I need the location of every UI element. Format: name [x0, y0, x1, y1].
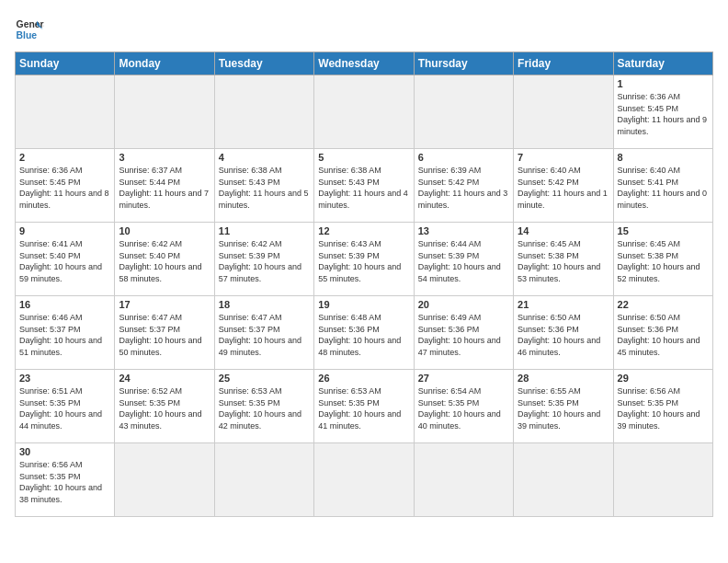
calendar-cell: 27Sunrise: 6:54 AMSunset: 5:35 PMDayligh…	[414, 370, 513, 443]
calendar-cell	[115, 75, 214, 149]
day-number: 5	[318, 152, 409, 163]
day-number: 10	[119, 225, 210, 236]
calendar-cell	[414, 443, 513, 517]
calendar-cell: 1Sunrise: 6:36 AMSunset: 5:45 PMDaylight…	[613, 75, 712, 149]
calendar-cell: 29Sunrise: 6:56 AMSunset: 5:35 PMDayligh…	[613, 370, 712, 443]
cell-info: Sunrise: 6:51 AMSunset: 5:35 PMDaylight:…	[19, 385, 110, 431]
day-number: 29	[618, 373, 709, 384]
calendar-cell: 22Sunrise: 6:50 AMSunset: 5:36 PMDayligh…	[613, 296, 712, 370]
cell-info: Sunrise: 6:44 AMSunset: 5:39 PMDaylight:…	[418, 238, 509, 284]
svg-text:Blue: Blue	[17, 30, 38, 40]
calendar-table: SundayMondayTuesdayWednesdayThursdayFrid…	[15, 52, 713, 517]
day-number: 30	[19, 446, 110, 457]
cell-info: Sunrise: 6:53 AMSunset: 5:35 PMDaylight:…	[219, 385, 310, 431]
cell-info: Sunrise: 6:37 AMSunset: 5:44 PMDaylight:…	[119, 165, 210, 211]
cell-info: Sunrise: 6:52 AMSunset: 5:35 PMDaylight:…	[119, 385, 210, 431]
cell-info: Sunrise: 6:50 AMSunset: 5:36 PMDaylight:…	[618, 312, 709, 358]
cell-info: Sunrise: 6:45 AMSunset: 5:38 PMDaylight:…	[518, 238, 609, 284]
cell-info: Sunrise: 6:40 AMSunset: 5:42 PMDaylight:…	[518, 165, 609, 211]
day-number: 23	[19, 373, 110, 384]
day-number: 14	[518, 225, 609, 236]
cell-info: Sunrise: 6:42 AMSunset: 5:39 PMDaylight:…	[219, 238, 310, 284]
calendar-cell	[214, 75, 313, 149]
calendar-cell: 16Sunrise: 6:46 AMSunset: 5:37 PMDayligh…	[16, 296, 115, 370]
calendar-cell: 25Sunrise: 6:53 AMSunset: 5:35 PMDayligh…	[214, 370, 313, 443]
day-number: 2	[19, 152, 110, 163]
day-number: 3	[119, 152, 210, 163]
cell-info: Sunrise: 6:42 AMSunset: 5:40 PMDaylight:…	[119, 238, 210, 284]
calendar-cell: 4Sunrise: 6:38 AMSunset: 5:43 PMDaylight…	[214, 149, 313, 223]
calendar-cell: 17Sunrise: 6:47 AMSunset: 5:37 PMDayligh…	[115, 296, 214, 370]
cell-info: Sunrise: 6:48 AMSunset: 5:36 PMDaylight:…	[318, 312, 409, 358]
day-number: 17	[119, 299, 210, 310]
cell-info: Sunrise: 6:36 AMSunset: 5:45 PMDaylight:…	[19, 165, 110, 211]
day-number: 9	[19, 225, 110, 236]
day-number: 26	[318, 373, 409, 384]
calendar-cell: 9Sunrise: 6:41 AMSunset: 5:40 PMDaylight…	[16, 223, 115, 296]
week-row-2: 9Sunrise: 6:41 AMSunset: 5:40 PMDaylight…	[16, 223, 713, 296]
calendar-cell: 5Sunrise: 6:38 AMSunset: 5:43 PMDaylight…	[314, 149, 414, 223]
calendar-cell	[214, 443, 313, 517]
day-number: 1	[618, 78, 709, 89]
calendar-cell	[514, 443, 613, 517]
calendar-cell: 13Sunrise: 6:44 AMSunset: 5:39 PMDayligh…	[414, 223, 513, 296]
calendar-cell	[613, 443, 712, 517]
cell-info: Sunrise: 6:40 AMSunset: 5:41 PMDaylight:…	[618, 165, 709, 211]
day-number: 4	[219, 152, 310, 163]
calendar-cell: 15Sunrise: 6:45 AMSunset: 5:38 PMDayligh…	[613, 223, 712, 296]
cell-info: Sunrise: 6:39 AMSunset: 5:42 PMDaylight:…	[418, 165, 509, 211]
cell-info: Sunrise: 6:50 AMSunset: 5:36 PMDaylight:…	[518, 312, 609, 358]
column-header-monday: Monday	[115, 52, 214, 75]
week-row-1: 2Sunrise: 6:36 AMSunset: 5:45 PMDaylight…	[16, 149, 713, 223]
cell-info: Sunrise: 6:43 AMSunset: 5:39 PMDaylight:…	[318, 238, 409, 284]
logo: General Blue	[15, 15, 44, 44]
day-number: 13	[418, 225, 509, 236]
day-number: 24	[119, 373, 210, 384]
calendar-cell	[115, 443, 214, 517]
column-header-saturday: Saturday	[613, 52, 712, 75]
calendar-cell: 10Sunrise: 6:42 AMSunset: 5:40 PMDayligh…	[115, 223, 214, 296]
cell-info: Sunrise: 6:46 AMSunset: 5:37 PMDaylight:…	[19, 312, 110, 358]
cell-info: Sunrise: 6:38 AMSunset: 5:43 PMDaylight:…	[219, 165, 310, 211]
calendar-cell: 30Sunrise: 6:56 AMSunset: 5:35 PMDayligh…	[16, 443, 115, 517]
calendar-cell: 28Sunrise: 6:55 AMSunset: 5:35 PMDayligh…	[514, 370, 613, 443]
cell-info: Sunrise: 6:54 AMSunset: 5:35 PMDaylight:…	[418, 385, 509, 431]
column-header-tuesday: Tuesday	[214, 52, 313, 75]
calendar-cell: 21Sunrise: 6:50 AMSunset: 5:36 PMDayligh…	[514, 296, 613, 370]
day-number: 15	[618, 225, 709, 236]
column-header-thursday: Thursday	[414, 52, 513, 75]
week-row-0: 1Sunrise: 6:36 AMSunset: 5:45 PMDaylight…	[16, 75, 713, 149]
calendar-cell: 14Sunrise: 6:45 AMSunset: 5:38 PMDayligh…	[514, 223, 613, 296]
cell-info: Sunrise: 6:53 AMSunset: 5:35 PMDaylight:…	[318, 385, 409, 431]
cell-info: Sunrise: 6:56 AMSunset: 5:35 PMDaylight:…	[19, 459, 110, 505]
cell-info: Sunrise: 6:49 AMSunset: 5:36 PMDaylight:…	[418, 312, 509, 358]
cell-info: Sunrise: 6:55 AMSunset: 5:35 PMDaylight:…	[518, 385, 609, 431]
week-row-4: 23Sunrise: 6:51 AMSunset: 5:35 PMDayligh…	[16, 370, 713, 443]
calendar-cell: 26Sunrise: 6:53 AMSunset: 5:35 PMDayligh…	[314, 370, 414, 443]
calendar-cell: 18Sunrise: 6:47 AMSunset: 5:37 PMDayligh…	[214, 296, 313, 370]
day-number: 28	[518, 373, 609, 384]
calendar-cell: 24Sunrise: 6:52 AMSunset: 5:35 PMDayligh…	[115, 370, 214, 443]
cell-info: Sunrise: 6:45 AMSunset: 5:38 PMDaylight:…	[618, 238, 709, 284]
calendar-cell: 8Sunrise: 6:40 AMSunset: 5:41 PMDaylight…	[613, 149, 712, 223]
calendar-cell	[514, 75, 613, 149]
calendar-cell	[414, 75, 513, 149]
day-number: 11	[219, 225, 310, 236]
week-row-5: 30Sunrise: 6:56 AMSunset: 5:35 PMDayligh…	[16, 443, 713, 517]
cell-info: Sunrise: 6:56 AMSunset: 5:35 PMDaylight:…	[618, 385, 709, 431]
column-header-sunday: Sunday	[16, 52, 115, 75]
calendar-cell: 2Sunrise: 6:36 AMSunset: 5:45 PMDaylight…	[16, 149, 115, 223]
day-number: 21	[518, 299, 609, 310]
day-number: 18	[219, 299, 310, 310]
column-header-wednesday: Wednesday	[314, 52, 414, 75]
day-number: 8	[618, 152, 709, 163]
cell-info: Sunrise: 6:36 AMSunset: 5:45 PMDaylight:…	[618, 91, 709, 137]
day-number: 22	[618, 299, 709, 310]
day-number: 20	[418, 299, 509, 310]
calendar-cell: 12Sunrise: 6:43 AMSunset: 5:39 PMDayligh…	[314, 223, 414, 296]
calendar-cell: 20Sunrise: 6:49 AMSunset: 5:36 PMDayligh…	[414, 296, 513, 370]
calendar-cell	[16, 75, 115, 149]
day-number: 7	[518, 152, 609, 163]
calendar-cell	[314, 443, 414, 517]
cell-info: Sunrise: 6:38 AMSunset: 5:43 PMDaylight:…	[318, 165, 409, 211]
